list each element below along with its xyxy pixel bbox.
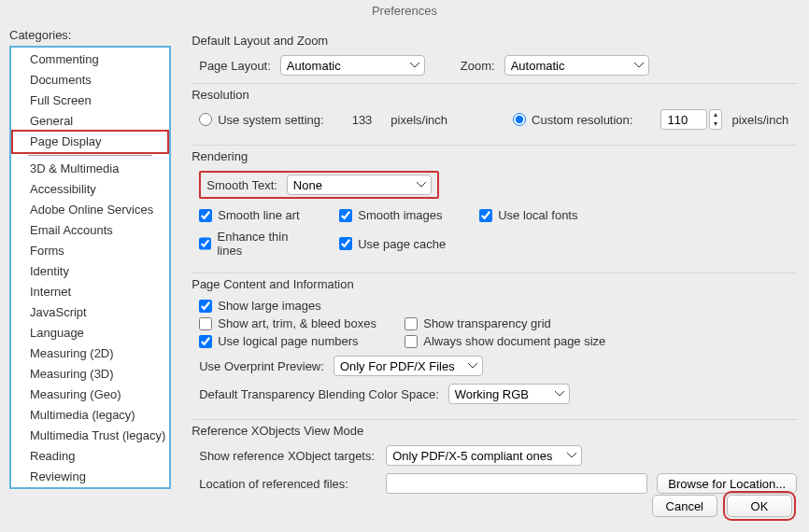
page-layout-select[interactable]: Automatic <box>280 55 425 76</box>
browse-location-button[interactable]: Browse for Location... <box>657 473 797 494</box>
cancel-button[interactable]: Cancel <box>652 495 717 517</box>
system-res-value: 133 <box>352 113 373 127</box>
use-system-radio[interactable] <box>199 113 212 126</box>
section-ref-xobj: Reference XObjects View Mode <box>192 424 797 438</box>
sidebar-item[interactable]: Forms <box>11 241 169 261</box>
overprint-select[interactable]: Only For PDF/X Files <box>334 356 483 376</box>
categories-label: Categories: <box>9 28 171 42</box>
sidebar-item[interactable]: Multimedia (legacy) <box>11 405 169 426</box>
preferences-main-panel: Default Layout and Zoom Page Layout: Aut… <box>178 22 809 489</box>
category-divider <box>28 155 152 156</box>
ref-location-input[interactable] <box>386 473 647 494</box>
sidebar-item[interactable]: Multimedia Trust (legacy) <box>11 426 169 446</box>
sidebar-item[interactable]: Reviewing <box>11 467 169 487</box>
sidebar-item[interactable]: Accessibility <box>11 179 169 200</box>
sidebar-item[interactable]: Commenting <box>11 49 169 70</box>
custom-res-stepper[interactable]: ▴ ▾ <box>660 109 722 130</box>
overprint-label: Use Overprint Preview: <box>199 359 324 373</box>
ref-targets-select[interactable]: Only PDF/X-5 compliant ones <box>386 445 582 466</box>
section-resolution: Resolution <box>192 88 797 102</box>
sidebar-item[interactable]: Email Accounts <box>11 220 169 241</box>
custom-res-unit: pixels/inch <box>731 113 788 127</box>
sidebar-item[interactable]: Measuring (3D) <box>11 364 169 385</box>
blend-label: Default Transparency Blending Color Spac… <box>199 387 439 401</box>
use-local-fonts-check[interactable] <box>479 209 492 222</box>
custom-res-radio[interactable] <box>513 113 526 126</box>
stepper-arrows[interactable]: ▴ ▾ <box>709 109 722 130</box>
chevron-down-icon[interactable]: ▾ <box>710 119 721 129</box>
section-page-content: Page Content and Information <box>192 277 797 291</box>
show-large-images-check[interactable] <box>199 300 212 313</box>
sidebar-item[interactable]: 3D & Multimedia <box>11 159 169 179</box>
logical-page-check[interactable] <box>199 335 212 348</box>
smooth-text-select[interactable]: None <box>287 175 432 195</box>
sidebar-item[interactable]: Language <box>11 323 169 343</box>
categories-sidebar: Categories: Commenting Documents Full Sc… <box>0 22 178 489</box>
smooth-line-art-check[interactable] <box>199 209 212 222</box>
sidebar-item[interactable]: Full Screen <box>11 91 169 111</box>
zoom-label: Zoom: <box>461 59 495 73</box>
sidebar-item-page-display[interactable]: Page Display <box>11 130 169 154</box>
enhance-thin-lines-check[interactable] <box>199 237 211 250</box>
zoom-select[interactable]: Automatic <box>504 55 649 76</box>
smooth-images-check[interactable] <box>339 209 352 222</box>
window-title: Preferences <box>0 0 809 22</box>
sidebar-item[interactable]: Internet <box>11 282 169 302</box>
sidebar-item[interactable]: Reading <box>11 446 169 467</box>
blend-select[interactable]: Working RGB <box>448 384 570 404</box>
categories-list: Commenting Documents Full Screen General… <box>9 46 171 489</box>
system-res-unit: pixels/inch <box>390 113 447 127</box>
section-default-layout: Default Layout and Zoom <box>192 34 797 48</box>
ref-targets-label: Show reference XObject targets: <box>199 449 376 463</box>
smooth-text-label: Smooth Text: <box>206 178 277 192</box>
always-show-size-check[interactable] <box>404 335 418 348</box>
use-system-label: Use system setting: <box>218 113 323 127</box>
sidebar-item[interactable]: General <box>11 111 169 132</box>
page-layout-label: Page Layout: <box>199 59 271 73</box>
sidebar-item[interactable]: Identity <box>11 261 169 282</box>
sidebar-item[interactable]: Measuring (Geo) <box>11 385 169 405</box>
sidebar-item[interactable]: Adobe Online Services <box>11 200 169 220</box>
smooth-text-highlight: Smooth Text: None <box>199 171 439 199</box>
chevron-up-icon[interactable]: ▴ <box>710 110 721 119</box>
show-transparency-check[interactable] <box>404 317 418 330</box>
use-page-cache-check[interactable] <box>339 237 352 250</box>
ok-button[interactable]: OK <box>727 495 792 517</box>
section-rendering: Rendering <box>192 149 797 163</box>
sidebar-item[interactable]: Measuring (2D) <box>11 343 169 364</box>
custom-res-input[interactable] <box>660 109 707 130</box>
custom-res-label: Custom resolution: <box>532 113 632 127</box>
sidebar-item[interactable]: Search <box>11 487 169 489</box>
ref-location-label: Location of referenced files: <box>199 477 376 491</box>
show-bleed-check[interactable] <box>199 317 212 330</box>
sidebar-item[interactable]: JavaScript <box>11 302 169 323</box>
sidebar-item[interactable]: Documents <box>11 70 169 91</box>
